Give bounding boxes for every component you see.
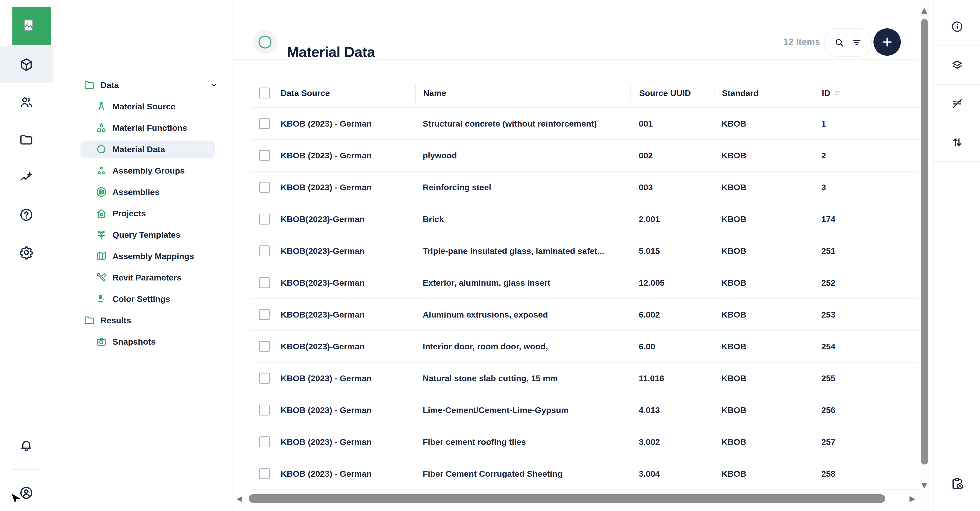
search-button[interactable] (834, 37, 845, 48)
right-rail-layers-button[interactable] (934, 46, 980, 85)
sidebar-item-query-templates[interactable]: Query Templates (81, 226, 215, 243)
cell-source-uuid: 11.016 (630, 362, 714, 394)
row-checkbox[interactable] (259, 118, 270, 129)
row-checkbox[interactable] (259, 214, 270, 225)
cell-standard: KBOB (714, 203, 816, 235)
column-header-name[interactable]: Name (415, 84, 630, 102)
table-row[interactable]: KBOB(2023)-GermanInterior door, room doo… (251, 331, 919, 362)
chevron-down-icon[interactable] (210, 81, 218, 89)
table-row[interactable]: KBOB (2023) - Germanplywood002KBOB2 (251, 140, 919, 172)
right-rail-hide-labels-button[interactable] (934, 85, 980, 123)
cell-source-uuid: 001 (630, 108, 714, 139)
right-rail-bottom (934, 465, 980, 503)
mouse-cursor (11, 493, 20, 504)
rail-help-button[interactable] (0, 196, 52, 233)
column-header-id[interactable]: ID (816, 84, 919, 102)
row-checkbox[interactable] (259, 277, 270, 288)
table-row[interactable]: KBOB (2023) - GermanFiber cement roofing… (251, 426, 919, 458)
scroll-up-arrow[interactable]: ▲ (921, 6, 927, 14)
row-checkbox[interactable] (259, 246, 270, 256)
sort-bars-icon[interactable] (834, 88, 843, 98)
add-item-button[interactable] (873, 28, 901, 56)
scroll-right-arrow[interactable]: ▶ (910, 495, 915, 502)
cell-data-source: KBOB (2023) - German (281, 108, 415, 139)
row-checkbox[interactable] (259, 468, 270, 479)
bell-icon (19, 438, 33, 453)
sidebar-item-label: Color Settings (113, 294, 170, 304)
filter-button[interactable] (851, 37, 862, 48)
column-header-label: Source UUID (639, 88, 691, 98)
sidebar-item-revit-parameters[interactable]: Revit Parameters (81, 269, 215, 286)
table-row[interactable]: KBOB (2023) - GermanReinforcing steel003… (251, 172, 919, 203)
sidebar-item-snapshots[interactable]: Snapshots (81, 333, 215, 350)
row-checkbox[interactable] (259, 436, 270, 447)
sidebar-item-assembly-groups[interactable]: Assembly Groups (81, 162, 215, 179)
table-row[interactable]: KBOB(2023)-GermanExterior, aluminum, gla… (251, 267, 919, 299)
column-header-data-source[interactable]: Data Source (281, 78, 415, 107)
table-row[interactable]: KBOB (2023) - GermanStructural concrete … (251, 108, 919, 140)
table-row[interactable]: KBOB (2023) - GermanNatural stone slab c… (251, 362, 919, 394)
rail-notifications-button[interactable] (0, 427, 52, 464)
folder-icon (84, 315, 95, 326)
rail-analytics-button[interactable] (0, 158, 52, 196)
row-checkbox[interactable] (259, 150, 270, 161)
row-checkbox[interactable] (259, 373, 270, 384)
row-checkbox[interactable] (259, 341, 270, 352)
row-checkbox[interactable] (259, 309, 270, 320)
rail-users-button[interactable] (0, 83, 52, 121)
plus-icon (881, 35, 894, 48)
info-icon (951, 20, 964, 33)
row-checkbox-cell (251, 299, 281, 330)
row-checkbox[interactable] (259, 182, 270, 193)
sidebar-item-assembly-mappings[interactable]: Assembly Mappings (81, 248, 215, 265)
camera-icon (95, 336, 107, 347)
scroll-left-arrow[interactable]: ◀ (236, 495, 242, 502)
sidebar-item-material-source[interactable]: Material Source (81, 98, 215, 115)
select-all-checkbox[interactable] (259, 88, 270, 99)
sidebar-item-data[interactable]: Data (81, 76, 203, 94)
right-rail-snapshot-history-button[interactable] (934, 465, 980, 503)
cell-standard: KBOB (714, 140, 816, 171)
table-row[interactable]: KBOB(2023)-GermanAluminum extrusions, ex… (251, 299, 919, 331)
right-rail-info-button[interactable] (934, 8, 980, 46)
row-checkbox[interactable] (259, 404, 270, 415)
account-icon (19, 485, 33, 500)
sidebar-item-material-data[interactable]: Material Data (81, 141, 215, 158)
cell-name: Lime-Cement/Cement-Lime-Gypsum (415, 394, 630, 426)
sidebar-item-material-functions[interactable]: Material Functions (81, 119, 215, 137)
table-row[interactable]: KBOB(2023)-GermanTriple-pane insulated g… (251, 235, 919, 267)
sidebar-item-results[interactable]: Results (81, 311, 203, 329)
right-rail-sort-button[interactable] (934, 123, 980, 161)
cell-name: Interior door, room door, wood, (415, 331, 630, 362)
rail-models-button[interactable] (0, 46, 52, 83)
sidebar-item-label: Material Data (113, 144, 165, 154)
cell-id: 251 (816, 235, 919, 267)
rail-settings-button[interactable] (0, 233, 52, 271)
sidebar-item-label: Revit Parameters (113, 273, 181, 283)
folder-icon (19, 133, 33, 147)
sidebar-item-assemblies[interactable]: Assemblies (81, 183, 215, 201)
rail-divider (11, 469, 41, 469)
table-row[interactable]: KBOB (2023) - GermanLime-Cement/Cement-L… (251, 394, 919, 426)
column-header-standard[interactable]: Standard (714, 84, 816, 102)
row-checkbox-cell (251, 394, 281, 426)
rail-files-button[interactable] (0, 121, 52, 158)
scroll-down-arrow[interactable]: ▼ (921, 481, 927, 489)
sidebar-item-label: Assembly Mappings (113, 251, 194, 261)
horizontal-scrollbar-thumb[interactable] (249, 494, 885, 503)
cell-data-source: KBOB(2023)-German (281, 235, 415, 267)
column-header-label: Standard (722, 88, 759, 98)
app-logo[interactable] (13, 7, 51, 45)
vertical-scrollbar-thumb[interactable] (921, 19, 928, 465)
cell-data-source: KBOB(2023)-German (281, 203, 415, 235)
row-checkbox-cell (251, 108, 281, 139)
app-root: DataMaterial SourceMaterial FunctionsMat… (0, 0, 980, 511)
table-row[interactable]: KBOB (2023) - GermanFiber Cement Corruga… (251, 458, 919, 490)
vertical-scrollbar[interactable]: ▲ ▼ (920, 0, 930, 511)
sidebar-item-projects[interactable]: Projects (81, 204, 215, 222)
rail-account-button[interactable] (0, 474, 52, 511)
table-row[interactable]: KBOB(2023)-GermanBrick2.001KBOB174 (251, 203, 919, 235)
sidebar-item-color-settings[interactable]: Color Settings (81, 290, 215, 308)
column-header-source-uuid[interactable]: Source UUID (630, 84, 714, 102)
cell-data-source: KBOB (2023) - German (281, 172, 415, 203)
